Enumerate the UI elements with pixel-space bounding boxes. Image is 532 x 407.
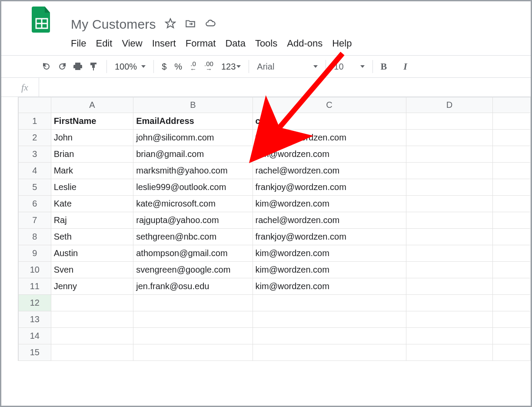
cell[interactable]: rachel@wordzen.com [253, 212, 406, 229]
row-header[interactable]: 14 [19, 328, 51, 344]
row-header[interactable]: 2 [19, 130, 51, 146]
cell[interactable]: cc [253, 113, 406, 130]
row-header[interactable]: 11 [19, 278, 51, 295]
row-header[interactable]: 13 [19, 311, 51, 328]
cell[interactable]: Leslie [51, 179, 133, 196]
cell[interactable] [493, 146, 531, 163]
row-header[interactable]: 4 [19, 163, 51, 179]
cell[interactable] [51, 328, 133, 344]
cell[interactable] [493, 130, 531, 146]
cell[interactable]: Brian [51, 146, 133, 163]
menu-data[interactable]: Data [225, 38, 245, 49]
cell[interactable] [493, 179, 531, 196]
more-formats-button[interactable]: 123 [221, 62, 241, 72]
menu-format[interactable]: Format [186, 38, 216, 49]
row-header[interactable]: 3 [19, 146, 51, 163]
cell[interactable]: frankjoy@wordzen.com [253, 229, 406, 245]
cloud-status-icon[interactable] [205, 18, 216, 31]
col-header-a[interactable]: A [51, 97, 133, 113]
cell[interactable]: kim@wordzen.com [253, 196, 406, 212]
cell[interactable] [493, 196, 531, 212]
cell[interactable] [51, 344, 133, 361]
row-header[interactable]: 7 [19, 212, 51, 229]
decrease-decimal-button[interactable]: .0 ← [190, 61, 196, 72]
cell[interactable] [493, 344, 531, 361]
cell[interactable]: Kate [51, 196, 133, 212]
spreadsheet-grid[interactable]: A B C D 1FirstNameEmailAddresscc2Johnjoh… [18, 97, 531, 361]
formula-input[interactable] [39, 82, 531, 92]
cell[interactable] [406, 130, 493, 146]
cell[interactable]: jen.frank@osu.edu [133, 278, 253, 295]
italic-button[interactable]: I [403, 61, 407, 72]
cell[interactable]: Sven [51, 262, 133, 278]
cell[interactable] [406, 278, 493, 295]
cell[interactable] [493, 278, 531, 295]
cell[interactable] [406, 179, 493, 196]
cell[interactable] [406, 295, 493, 311]
cell[interactable] [406, 262, 493, 278]
menu-view[interactable]: View [122, 38, 142, 49]
cell[interactable] [493, 262, 531, 278]
undo-icon[interactable] [41, 61, 52, 72]
row-header[interactable]: 15 [19, 344, 51, 361]
cell[interactable] [493, 295, 531, 311]
cell[interactable]: rachel@wordzen.com [253, 163, 406, 179]
cell[interactable]: kim@wordzen.com [253, 146, 406, 163]
cell[interactable] [133, 295, 253, 311]
cell[interactable] [133, 328, 253, 344]
cell[interactable]: Jenny [51, 278, 133, 295]
font-size-select[interactable]: 10 [334, 62, 364, 72]
cell[interactable]: sethgreen@nbc.com [133, 229, 253, 245]
menu-addons[interactable]: Add-ons [287, 38, 323, 49]
format-currency-button[interactable]: $ [162, 62, 166, 72]
cell[interactable]: Mark [51, 163, 133, 179]
cell[interactable] [406, 113, 493, 130]
cell[interactable]: kim@wordzen.com [253, 245, 406, 262]
redo-icon[interactable] [57, 61, 67, 72]
cell[interactable] [133, 344, 253, 361]
cell[interactable]: Seth [51, 229, 133, 245]
cell[interactable]: marksmith@yahoo.com [133, 163, 253, 179]
cell[interactable]: frankjoy@wordzen.com [253, 179, 406, 196]
zoom-select[interactable]: 100% [115, 62, 146, 72]
cell[interactable] [253, 311, 406, 328]
row-header[interactable]: 9 [19, 245, 51, 262]
font-family-select[interactable]: Arial [257, 62, 318, 72]
menu-edit[interactable]: Edit [96, 38, 112, 49]
cell[interactable] [133, 311, 253, 328]
row-header[interactable]: 1 [19, 113, 51, 130]
doc-title[interactable]: My Customers [71, 17, 156, 32]
row-header[interactable]: 12 [19, 295, 51, 311]
cell[interactable]: kim@wordzen.com [253, 278, 406, 295]
cell[interactable] [406, 146, 493, 163]
cell[interactable] [51, 295, 133, 311]
paint-format-icon[interactable] [88, 61, 99, 72]
cell[interactable]: kim@wordzen.com [253, 262, 406, 278]
cell[interactable] [493, 212, 531, 229]
cell[interactable] [493, 163, 531, 179]
cell[interactable]: leslie999@outlook.com [133, 179, 253, 196]
cell[interactable] [406, 212, 493, 229]
col-header-c[interactable]: C [253, 97, 406, 113]
row-header[interactable]: 5 [19, 179, 51, 196]
cell[interactable]: rajgupta@yahoo.com [133, 212, 253, 229]
cell[interactable] [493, 113, 531, 130]
cell[interactable]: Austin [51, 245, 133, 262]
print-icon[interactable] [73, 61, 83, 72]
select-all-corner[interactable] [19, 97, 51, 113]
menu-insert[interactable]: Insert [152, 38, 176, 49]
cell[interactable]: FirstName [51, 113, 133, 130]
cell[interactable] [253, 328, 406, 344]
cell[interactable] [493, 311, 531, 328]
row-header[interactable]: 6 [19, 196, 51, 212]
cell[interactable] [406, 344, 493, 361]
col-header-b[interactable]: B [133, 97, 253, 113]
cell[interactable]: kate@microsoft.com [133, 196, 253, 212]
menu-tools[interactable]: Tools [255, 38, 277, 49]
cell[interactable] [493, 229, 531, 245]
cell[interactable]: EmailAddress [133, 113, 253, 130]
bold-button[interactable]: B [381, 61, 387, 72]
menu-file[interactable]: File [71, 38, 86, 49]
cell[interactable] [493, 245, 531, 262]
menu-help[interactable]: Help [332, 38, 352, 49]
